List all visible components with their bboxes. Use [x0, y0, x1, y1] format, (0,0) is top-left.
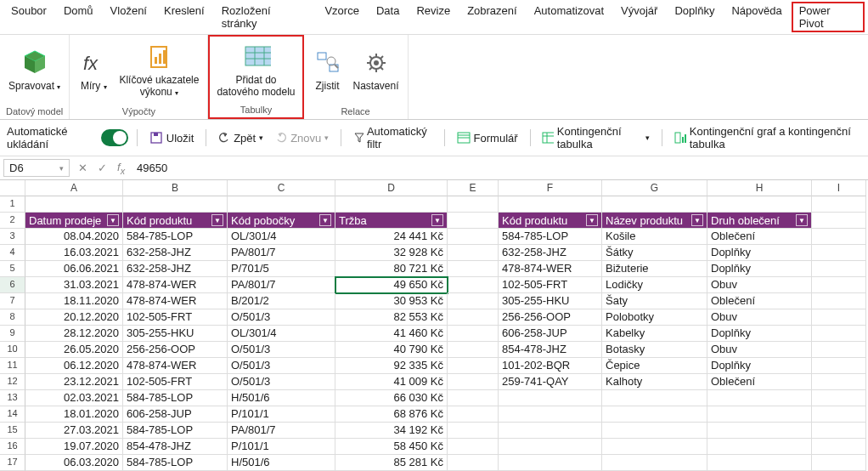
cell[interactable]: 30 953 Kč: [335, 293, 448, 309]
filter-button[interactable]: ▼: [691, 214, 703, 226]
cell[interactable]: 27.03.2021: [25, 423, 123, 439]
cell[interactable]: [448, 293, 499, 309]
cell[interactable]: 18.01.2020: [25, 406, 123, 423]
cell[interactable]: 584-785-LOP: [499, 229, 602, 245]
cell[interactable]: [707, 406, 812, 423]
cell[interactable]: OL/301/4: [228, 229, 335, 245]
cell[interactable]: 584-785-LOP: [123, 390, 228, 406]
cell[interactable]: 256-256-OOP: [499, 309, 602, 326]
cell[interactable]: 16.03.2021: [25, 245, 123, 261]
cell[interactable]: 41 460 Kč: [335, 326, 448, 342]
cell[interactable]: [448, 196, 499, 213]
cell[interactable]: [448, 455, 499, 471]
row-header[interactable]: 10: [0, 342, 25, 358]
cell[interactable]: [812, 439, 866, 455]
cell[interactable]: 20.12.2020: [25, 309, 123, 326]
cell[interactable]: [707, 196, 812, 213]
cell[interactable]: 606-258-JUP: [499, 326, 602, 342]
cell[interactable]: 854-478-JHZ: [123, 439, 228, 455]
cell[interactable]: PA/801/7: [228, 423, 335, 439]
cell[interactable]: Šaty: [602, 293, 707, 309]
cell[interactable]: [812, 326, 866, 342]
cell[interactable]: 632-258-JHZ: [499, 245, 602, 261]
save-button[interactable]: Uložit: [146, 129, 198, 146]
column-header[interactable]: C: [228, 180, 335, 196]
cell[interactable]: [602, 196, 707, 213]
column-header[interactable]: A: [25, 180, 123, 196]
redo-button[interactable]: Znovu ▾: [272, 130, 332, 146]
cell[interactable]: 02.03.2021: [25, 390, 123, 406]
table-header[interactable]: Tržba▼: [335, 213, 448, 229]
cell[interactable]: 606-258-JUP: [123, 406, 228, 423]
cell[interactable]: Šátky: [602, 245, 707, 261]
cell[interactable]: [707, 455, 812, 471]
miry-button[interactable]: fxMíry ▾: [73, 37, 114, 103]
filter-button[interactable]: ▼: [107, 214, 119, 226]
row-header[interactable]: 8: [0, 309, 25, 326]
cell[interactable]: Doplňky: [707, 326, 812, 342]
cell[interactable]: 584-785-LOP: [123, 423, 228, 439]
cell[interactable]: [812, 293, 866, 309]
cell[interactable]: Kabelky: [602, 326, 707, 342]
cell[interactable]: Lodičky: [602, 277, 707, 293]
cell[interactable]: [602, 406, 707, 423]
cell[interactable]: B/201/2: [228, 293, 335, 309]
cell[interactable]: [602, 423, 707, 439]
menu-item[interactable]: Rozložení stránky: [214, 2, 316, 32]
cell[interactable]: O/501/3: [228, 309, 335, 326]
filter-button[interactable]: ▼: [796, 214, 808, 226]
cell[interactable]: [707, 423, 812, 439]
cell[interactable]: [812, 455, 866, 471]
cell[interactable]: 49 650 Kč: [335, 277, 448, 293]
cell[interactable]: [448, 358, 499, 374]
table-header[interactable]: Druh oblečení▼: [707, 213, 812, 229]
cell[interactable]: [812, 342, 866, 358]
cell[interactable]: [448, 406, 499, 423]
menu-item[interactable]: Vložení: [103, 2, 155, 32]
cell[interactable]: H/501/6: [228, 390, 335, 406]
cell[interactable]: P/101/1: [228, 439, 335, 455]
cell[interactable]: 32 928 Kč: [335, 245, 448, 261]
filter-button[interactable]: ▼: [211, 214, 223, 226]
cell[interactable]: 68 876 Kč: [335, 406, 448, 423]
table-header[interactable]: Kód produktu▼: [499, 213, 602, 229]
cell[interactable]: [448, 439, 499, 455]
cell[interactable]: [448, 326, 499, 342]
pivotchart-button[interactable]: Kontingenční graf a kontingenční tabulka: [671, 123, 861, 152]
cell[interactable]: 478-874-WER: [499, 261, 602, 277]
cell[interactable]: 18.11.2020: [25, 293, 123, 309]
nastaveni-button[interactable]: Nastavení: [348, 37, 404, 103]
table-header[interactable]: Kód produktu▼: [123, 213, 228, 229]
cell[interactable]: [812, 358, 866, 374]
cell[interactable]: [812, 229, 866, 245]
cell[interactable]: 584-785-LOP: [123, 229, 228, 245]
menu-item[interactable]: Vzorce: [317, 2, 366, 32]
cell[interactable]: 08.04.2020: [25, 229, 123, 245]
autofilter-button[interactable]: Automatický filtr: [350, 123, 436, 152]
row-header[interactable]: 5: [0, 261, 25, 277]
menu-item[interactable]: Domů: [56, 2, 101, 32]
cell[interactable]: 06.12.2020: [25, 358, 123, 374]
cell[interactable]: [812, 390, 866, 406]
cell[interactable]: 632-258-JHZ: [123, 245, 228, 261]
table-header[interactable]: Datum prodeje▼: [25, 213, 123, 229]
cell[interactable]: [25, 196, 123, 213]
cell[interactable]: PA/801/7: [228, 277, 335, 293]
row-header[interactable]: 12: [0, 374, 25, 390]
cell[interactable]: [335, 196, 448, 213]
row-header[interactable]: 14: [0, 406, 25, 423]
cell[interactable]: 478-874-WER: [123, 358, 228, 374]
menu-item[interactable]: Doplňky: [667, 2, 722, 32]
cell[interactable]: P/701/5: [228, 261, 335, 277]
cell[interactable]: Oblečení: [707, 293, 812, 309]
cell[interactable]: 23.12.2021: [25, 374, 123, 390]
menu-item[interactable]: Soubor: [3, 2, 54, 32]
cell[interactable]: [499, 439, 602, 455]
table-header[interactable]: Kód pobočky▼: [228, 213, 335, 229]
cell[interactable]: [448, 213, 499, 229]
column-header[interactable]: H: [707, 180, 812, 196]
cell[interactable]: 82 553 Kč: [335, 309, 448, 326]
row-header[interactable]: 4: [0, 245, 25, 261]
cell[interactable]: [812, 406, 866, 423]
menu-item[interactable]: Vývojář: [613, 2, 665, 32]
